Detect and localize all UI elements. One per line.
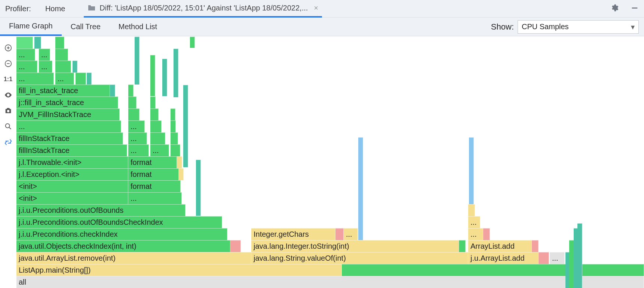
- flame-frame[interactable]: ...: [16, 49, 35, 61]
- flame-graph[interactable]: all ListApp.main(String[]) java.util.Arr…: [16, 36, 644, 288]
- flame-frame[interactable]: [539, 252, 549, 264]
- flame-frame[interactable]: ListApp.main(String[]): [16, 264, 342, 276]
- svg-rect-0: [632, 7, 638, 9]
- flame-frame[interactable]: ...: [39, 61, 52, 73]
- flame-frame[interactable]: java.util.Objects.checkIndex(int, int): [16, 240, 230, 252]
- flame-frame[interactable]: ...: [128, 120, 145, 132]
- flame-frame[interactable]: [342, 264, 644, 276]
- flame-frame[interactable]: [179, 168, 184, 180]
- flame-frame[interactable]: [55, 61, 71, 73]
- tab-method-list[interactable]: Method List: [110, 18, 166, 36]
- flame-frame[interactable]: [335, 228, 344, 240]
- flame-frame[interactable]: format: [128, 156, 177, 168]
- flame-frame[interactable]: [150, 120, 162, 132]
- flame-frame[interactable]: [55, 37, 64, 49]
- eye-icon[interactable]: [3, 89, 14, 101]
- flame-frame[interactable]: [196, 160, 201, 216]
- flame-frame[interactable]: ...: [468, 228, 483, 240]
- flame-frame[interactable]: [16, 37, 33, 49]
- flame-frame[interactable]: ...: [468, 216, 480, 228]
- flame-frame[interactable]: ...: [16, 73, 54, 85]
- profiler-label: Profiler:: [5, 4, 31, 13]
- flame-frame[interactable]: [110, 85, 115, 96]
- flame-frame[interactable]: ...: [128, 192, 182, 204]
- flame-frame[interactable]: [468, 204, 475, 216]
- flame-frame-all[interactable]: all: [16, 276, 644, 288]
- flame-frame[interactable]: ...: [150, 144, 169, 156]
- flame-frame[interactable]: [76, 73, 86, 85]
- side-toolbar: 1:1: [0, 36, 16, 288]
- minimize-icon[interactable]: [631, 4, 639, 13]
- flame-frame[interactable]: [171, 132, 178, 144]
- flame-frame[interactable]: [128, 85, 134, 96]
- flame-frame[interactable]: [459, 240, 466, 252]
- flame-frame[interactable]: j.i.u.Preconditions.outOfBoundsCheckInde…: [16, 216, 222, 228]
- flame-frame[interactable]: [150, 55, 155, 96]
- flame-frame[interactable]: j::fill_in_stack_trace: [16, 96, 118, 108]
- flame-frame[interactable]: j.u.ArrayList.add: [468, 252, 539, 264]
- flame-frame[interactable]: format: [128, 168, 179, 180]
- compare-icon[interactable]: [3, 137, 14, 148]
- flame-frame[interactable]: JVM_FillInStackTrace: [16, 108, 120, 120]
- flame-frame[interactable]: [177, 156, 182, 168]
- flame-frame[interactable]: [230, 240, 241, 252]
- tab-flame-graph[interactable]: Flame Graph: [0, 18, 62, 36]
- flame-frame[interactable]: ...: [128, 132, 147, 144]
- diff-tab[interactable]: Diff: 'ListApp 18/05/2022, 15:01' Agains…: [84, 0, 322, 18]
- flame-frame[interactable]: [171, 108, 175, 120]
- close-icon[interactable]: ×: [314, 4, 318, 12]
- flame-frame[interactable]: <init>: [16, 192, 128, 204]
- flame-frame[interactable]: ...: [55, 73, 74, 85]
- flame-frame[interactable]: [150, 96, 156, 108]
- gear-icon[interactable]: [610, 4, 619, 13]
- flame-frame[interactable]: [135, 37, 139, 85]
- flame-frame[interactable]: [87, 73, 92, 85]
- flame-frame[interactable]: java.lang.String.valueOf(int): [251, 252, 468, 264]
- flame-frame[interactable]: [171, 144, 180, 156]
- flame-frame[interactable]: ...: [16, 61, 37, 73]
- flame-frame[interactable]: [162, 59, 167, 96]
- zoom-out-icon[interactable]: [3, 58, 14, 69]
- home-tab[interactable]: Home: [42, 2, 69, 15]
- search-icon[interactable]: [3, 121, 14, 132]
- tab-call-tree[interactable]: Call Tree: [62, 18, 110, 36]
- flame-frame[interactable]: ...: [128, 144, 149, 156]
- flame-frame[interactable]: format: [128, 180, 181, 192]
- flame-frame[interactable]: ...: [39, 49, 50, 61]
- flame-frame[interactable]: [55, 49, 68, 61]
- svg-point-3: [7, 110, 9, 112]
- flame-frame[interactable]: [128, 96, 137, 108]
- flame-frame[interactable]: fillInStackTrace: [16, 132, 123, 144]
- flame-frame[interactable]: ...: [16, 120, 121, 132]
- camera-icon[interactable]: [3, 105, 14, 116]
- flame-frame[interactable]: [190, 37, 195, 48]
- flame-frame[interactable]: [73, 61, 77, 73]
- flame-frame[interactable]: java.util.ArrayList.remove(int): [16, 252, 251, 264]
- flame-frame[interactable]: j.l.Exception.<init>: [16, 168, 128, 180]
- flame-frame[interactable]: [483, 228, 490, 240]
- flame-frame[interactable]: Integer.getChars: [251, 228, 335, 240]
- flame-frame[interactable]: ArrayList.add: [468, 240, 532, 252]
- flame-frame[interactable]: [532, 240, 539, 252]
- flame-frame[interactable]: [174, 49, 178, 97]
- flame-frame[interactable]: j.i.u.Preconditions.checkIndex: [16, 228, 227, 240]
- flame-frame[interactable]: j.i.u.Preconditions.outOfBounds: [16, 204, 185, 216]
- flame-frame[interactable]: <init>: [16, 180, 128, 192]
- flame-frame[interactable]: [150, 132, 165, 144]
- flame-frame[interactable]: [358, 137, 363, 240]
- zoom-in-icon[interactable]: [3, 42, 14, 53]
- flame-frame[interactable]: [171, 120, 176, 132]
- flame-frame[interactable]: ...: [550, 252, 565, 264]
- flame-frame[interactable]: [577, 223, 582, 288]
- flame-frame[interactable]: fill_in_stack_trace: [16, 85, 110, 96]
- flame-frame[interactable]: j.l.Throwable.<init>: [16, 156, 128, 168]
- flame-frame[interactable]: [34, 37, 41, 49]
- flame-frame[interactable]: java.lang.Integer.toString(int): [251, 240, 459, 252]
- flame-frame[interactable]: [183, 85, 188, 167]
- flame-frame[interactable]: ...: [344, 228, 358, 240]
- show-select[interactable]: CPU Samples ▾: [518, 20, 639, 34]
- reset-zoom-icon[interactable]: 1:1: [3, 74, 14, 85]
- flame-frame[interactable]: [150, 108, 159, 120]
- flame-frame[interactable]: [128, 108, 139, 120]
- flame-frame[interactable]: fillInStackTrace: [16, 144, 127, 156]
